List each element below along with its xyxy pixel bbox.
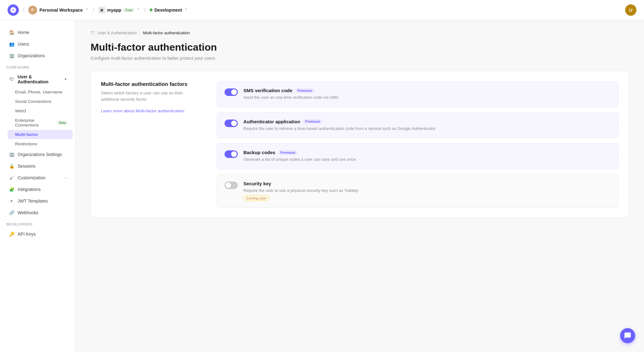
sidebar-item-org-settings-label: Organizations Settings: [18, 152, 62, 157]
home-icon: 🏠: [9, 30, 14, 35]
sidebar-item-customization[interactable]: 🖌 Customization ›: [3, 172, 73, 183]
mfa-card-left: Multi-factor authentication factors Sele…: [101, 81, 202, 208]
sidebar-item-user-auth[interactable]: 🛡 User & Authentication ▾: [3, 71, 73, 87]
factor-toggle-authenticator[interactable]: [225, 120, 238, 128]
sidebar-item-sessions-label: Sessions: [18, 164, 36, 169]
mfa-learn-more-link[interactable]: Learn more about Multi-factor authentica…: [101, 109, 184, 113]
sidebar-item-users-label: Users: [18, 42, 29, 47]
factor-coming-soon-badge: Coming soon: [243, 195, 269, 201]
workspace-avatar: P: [28, 6, 37, 14]
factor-info-sms: SMS verification code Premium Send the u…: [243, 88, 611, 101]
env-switcher[interactable]: Development ⌃: [150, 8, 188, 13]
factor-row-sms: SMS verification code Premium Send the u…: [217, 81, 619, 107]
sidebar-subitem-web3[interactable]: Web3: [8, 106, 73, 115]
env-status-dot: [150, 8, 153, 11]
mfa-factors-desc: Select which factors a user can use as t…: [101, 90, 202, 103]
shield-icon: 🛡: [9, 76, 14, 82]
sidebar-subitem-social-label: Social Connections: [15, 99, 52, 104]
sidebar-subitem-email-phone-label: Email, Phone, Username: [15, 90, 62, 94]
link-icon: 🔗: [9, 210, 14, 215]
nav-sep-1: /: [23, 6, 25, 14]
sidebar-subitem-web3-label: Web3: [15, 109, 26, 113]
app-chevron-icon: ⌃: [136, 8, 140, 13]
users-icon: 👥: [9, 41, 14, 47]
factor-premium-badge-backup: Premium: [278, 150, 298, 155]
env-chevron-icon: ⌃: [184, 8, 188, 13]
sidebar-subitem-email-phone[interactable]: Email, Phone, Username: [8, 87, 73, 97]
page-title: Multi-factor authentication: [91, 42, 629, 53]
factor-info-authenticator: Authenticator application Premium Requir…: [243, 119, 611, 132]
factor-name-authenticator: Authenticator application: [243, 119, 300, 124]
sidebar-item-integrations-label: Integrations: [18, 187, 41, 192]
user-avatar[interactable]: U: [625, 4, 636, 16]
sidebar-item-customization-label: Customization: [18, 175, 46, 180]
sidebar-subitem-enterprise[interactable]: Enterprise Connections Beta: [8, 116, 73, 130]
user-auth-chevron-icon: ▾: [64, 77, 66, 81]
sidebar-item-webhooks[interactable]: 🔗 Webhooks: [3, 207, 73, 218]
app-logo[interactable]: [8, 4, 19, 16]
factor-name-backup: Backup codes: [243, 150, 275, 155]
factor-desc-authenticator: Require the user to retrieve a time-base…: [243, 126, 611, 132]
sidebar-item-jwt-label: JWT Templates: [18, 198, 48, 204]
mfa-card: Multi-factor authentication factors Sele…: [91, 71, 629, 218]
lock-icon: 🔒: [9, 163, 14, 169]
sidebar-item-home[interactable]: 🏠 Home: [3, 27, 73, 38]
sidebar: 🏠 Home 👥 Users 🏢 Organizations CONFIGURE…: [0, 20, 75, 352]
sidebar-item-api-keys[interactable]: 🔑 API Keys: [3, 228, 73, 240]
brush-icon: 🖌: [9, 175, 14, 181]
sidebar-item-users[interactable]: 👥 Users: [3, 38, 73, 50]
star-icon: ✦: [9, 198, 14, 204]
sidebar-subitem-restrictions[interactable]: Restrictions: [8, 139, 73, 148]
developers-section-label: DEVELOPERS: [0, 219, 75, 228]
factor-desc-backup: Generate a list of unique codes a user c…: [243, 156, 611, 163]
sidebar-item-api-keys-label: API Keys: [18, 232, 36, 237]
factor-toggle-security-key[interactable]: [225, 182, 238, 190]
breadcrumb-parent[interactable]: User & Authentication: [97, 31, 137, 35]
factor-name-sms: SMS verification code: [243, 88, 292, 93]
factor-row-authenticator: Authenticator application Premium Requir…: [217, 112, 619, 138]
org-icon: 🏢: [9, 53, 14, 59]
nav-sep-2: /: [93, 6, 95, 14]
breadcrumb-current: Multi-factor authentication: [143, 31, 190, 35]
app-icon: ▦: [98, 7, 105, 14]
org-settings-icon: 🏢: [9, 152, 14, 157]
customization-chevron-icon: ›: [65, 176, 66, 180]
sidebar-subitem-restrictions-label: Restrictions: [15, 142, 37, 146]
factor-premium-badge-authenticator: Premium: [303, 119, 323, 124]
sidebar-item-organizations[interactable]: 🏢 Organizations: [3, 50, 73, 61]
factor-name-row-security-key: Security key: [243, 181, 611, 186]
configure-section-label: CONFIGURE: [0, 62, 75, 71]
sidebar-item-sessions[interactable]: 🔒 Sessions: [3, 160, 73, 172]
app-switcher[interactable]: ▦ myapp Free ⌃: [98, 7, 141, 14]
workspace-switcher[interactable]: P Personal Workspace ⌃: [28, 6, 89, 14]
puzzle-icon: 🧩: [9, 187, 14, 192]
sidebar-item-organizations-label: Organizations: [18, 53, 45, 58]
factor-toggle-backup[interactable]: [225, 150, 238, 159]
sidebar-item-integrations[interactable]: 🧩 Integrations: [3, 184, 73, 195]
sidebar-item-jwt[interactable]: ✦ JWT Templates: [3, 195, 73, 207]
factor-name-row-authenticator: Authenticator application Premium: [243, 119, 611, 124]
layout: 🏠 Home 👥 Users 🏢 Organizations CONFIGURE…: [0, 20, 644, 352]
sidebar-item-org-settings[interactable]: 🏢 Organizations Settings: [3, 149, 73, 160]
main-content: 🛡 User & Authentication / Multi-factor a…: [75, 20, 644, 352]
chat-support-button[interactable]: [620, 328, 635, 343]
topnav-right: U: [625, 4, 636, 16]
nav-sep-3: /: [144, 6, 146, 14]
factor-name-security-key: Security key: [243, 181, 271, 186]
workspace-name: Personal Workspace: [40, 8, 83, 13]
mfa-factors-title: Multi-factor authentication factors: [101, 81, 202, 87]
sidebar-item-home-label: Home: [18, 30, 29, 35]
factor-row-security-key: Security key Require the user to use a p…: [217, 174, 619, 208]
mfa-factors-list: SMS verification code Premium Send the u…: [217, 81, 619, 208]
breadcrumb-shield-icon: 🛡: [91, 30, 95, 35]
sidebar-subitem-multifactor[interactable]: Multi-factor: [8, 130, 73, 139]
env-name: Development: [154, 8, 182, 13]
factor-info-security-key: Security key Require the user to use a p…: [243, 181, 611, 201]
sidebar-subitem-social[interactable]: Social Connections: [8, 97, 73, 106]
factor-desc-security-key: Require the user to use a physical secur…: [243, 187, 611, 194]
sidebar-subitem-multifactor-label: Multi-factor: [15, 132, 38, 137]
key-icon: 🔑: [9, 231, 14, 237]
factor-toggle-sms[interactable]: [225, 88, 238, 97]
factor-name-row-sms: SMS verification code Premium: [243, 88, 611, 93]
sidebar-item-user-auth-label: User & Authentication: [18, 74, 61, 84]
